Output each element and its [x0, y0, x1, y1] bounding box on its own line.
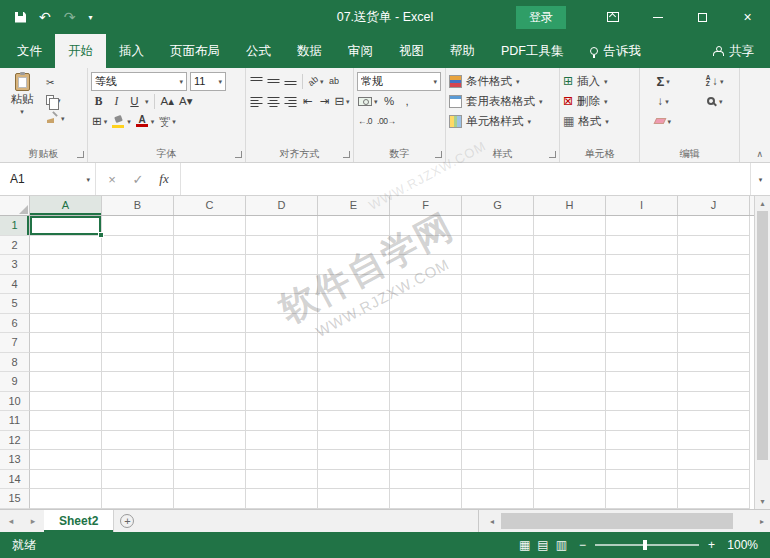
cell-I7[interactable]	[606, 333, 678, 353]
cell-I10[interactable]	[606, 392, 678, 412]
share-button[interactable]: 共享	[697, 34, 770, 68]
row-header-6[interactable]: 6	[0, 314, 30, 334]
sheet-nav-next-button[interactable]: ▸	[22, 510, 44, 532]
cell-styles-button[interactable]: 单元格样式 ▾	[449, 111, 556, 131]
cell-J4[interactable]	[678, 275, 750, 295]
cell-F4[interactable]	[390, 275, 462, 295]
increase-font-size-button[interactable]: A▴	[160, 92, 175, 110]
cell-J11[interactable]	[678, 411, 750, 431]
cell-B7[interactable]	[102, 333, 174, 353]
cell-E15[interactable]	[318, 489, 390, 509]
cell-E8[interactable]	[318, 353, 390, 373]
row-header-13[interactable]: 13	[0, 450, 30, 470]
decrease-decimal-button[interactable]: .00→	[376, 112, 396, 130]
zoom-percentage[interactable]: 100%	[724, 538, 758, 552]
cell-D5[interactable]	[246, 294, 318, 314]
cell-G6[interactable]	[462, 314, 534, 334]
column-header-E[interactable]: E	[318, 196, 390, 215]
cell-F14[interactable]	[390, 470, 462, 490]
cell-H2[interactable]	[534, 236, 606, 256]
align-left-button[interactable]	[249, 92, 264, 110]
italic-button[interactable]: I	[109, 92, 124, 110]
cell-E6[interactable]	[318, 314, 390, 334]
number-dialog-launcher[interactable]	[435, 151, 442, 158]
cell-G1[interactable]	[462, 216, 534, 236]
decrease-indent-button[interactable]: ⇤	[300, 92, 315, 110]
align-right-button[interactable]	[283, 92, 298, 110]
cell-H4[interactable]	[534, 275, 606, 295]
column-header-G[interactable]: G	[462, 196, 534, 215]
cell-D9[interactable]	[246, 372, 318, 392]
cell-I14[interactable]	[606, 470, 678, 490]
cell-A7[interactable]	[30, 333, 102, 353]
cell-B1[interactable]	[102, 216, 174, 236]
cell-D11[interactable]	[246, 411, 318, 431]
tab-file[interactable]: 文件	[4, 34, 55, 68]
cell-E13[interactable]	[318, 450, 390, 470]
cell-F5[interactable]	[390, 294, 462, 314]
tab-pdf-toolkit[interactable]: PDF工具集	[488, 34, 577, 68]
login-button[interactable]: 登录	[516, 6, 566, 29]
cell-F9[interactable]	[390, 372, 462, 392]
cell-E3[interactable]	[318, 255, 390, 275]
cell-H8[interactable]	[534, 353, 606, 373]
cut-button[interactable]: ✂	[46, 75, 65, 89]
undo-button[interactable]: ↶	[39, 9, 51, 25]
clipboard-dialog-launcher[interactable]	[77, 151, 84, 158]
paste-button[interactable]: 粘贴 ▾	[3, 71, 41, 125]
cell-I13[interactable]	[606, 450, 678, 470]
cell-G12[interactable]	[462, 431, 534, 451]
row-header-14[interactable]: 14	[0, 470, 30, 490]
redo-button[interactable]: ↷	[64, 9, 76, 25]
cell-G10[interactable]	[462, 392, 534, 412]
cell-E2[interactable]	[318, 236, 390, 256]
cell-C15[interactable]	[174, 489, 246, 509]
accounting-format-button[interactable]: ▾	[357, 92, 379, 110]
cell-F15[interactable]	[390, 489, 462, 509]
autosum-button[interactable]: Σ▾	[643, 72, 683, 90]
tab-home[interactable]: 开始	[55, 34, 106, 68]
cell-D13[interactable]	[246, 450, 318, 470]
cell-D8[interactable]	[246, 353, 318, 373]
font-color-button[interactable]: A▾	[135, 112, 156, 130]
cell-D3[interactable]	[246, 255, 318, 275]
cell-A14[interactable]	[30, 470, 102, 490]
row-header-12[interactable]: 12	[0, 431, 30, 451]
new-sheet-button[interactable]: +	[114, 510, 140, 532]
column-header-B[interactable]: B	[102, 196, 174, 215]
phonetic-guide-button[interactable]: wén文▾	[158, 112, 177, 130]
row-header-2[interactable]: 2	[0, 236, 30, 256]
cell-D1[interactable]	[246, 216, 318, 236]
cell-B2[interactable]	[102, 236, 174, 256]
cell-I1[interactable]	[606, 216, 678, 236]
column-header-F[interactable]: F	[390, 196, 462, 215]
sort-filter-button[interactable]: AZ↓▾	[693, 72, 736, 90]
fill-button[interactable]: ↓▾	[643, 92, 683, 110]
scroll-left-button[interactable]: ◂	[484, 517, 500, 526]
percent-style-button[interactable]: %	[382, 92, 397, 110]
tab-data[interactable]: 数据	[284, 34, 335, 68]
merge-center-button[interactable]: ⊟▾	[334, 92, 350, 110]
cell-E1[interactable]	[318, 216, 390, 236]
cell-I12[interactable]	[606, 431, 678, 451]
cell-J6[interactable]	[678, 314, 750, 334]
bold-button[interactable]: B	[91, 92, 106, 110]
cell-E11[interactable]	[318, 411, 390, 431]
insert-function-button[interactable]: fx	[151, 171, 177, 187]
cell-J15[interactable]	[678, 489, 750, 509]
cell-F3[interactable]	[390, 255, 462, 275]
scroll-up-button[interactable]: ▴	[755, 196, 770, 211]
cell-I6[interactable]	[606, 314, 678, 334]
align-top-button[interactable]	[249, 72, 264, 90]
cell-F7[interactable]	[390, 333, 462, 353]
cell-C7[interactable]	[174, 333, 246, 353]
format-as-table-button[interactable]: 套用表格格式 ▾	[449, 91, 556, 111]
cell-H15[interactable]	[534, 489, 606, 509]
cell-H11[interactable]	[534, 411, 606, 431]
enter-button[interactable]: ✓	[125, 172, 151, 187]
cell-D10[interactable]	[246, 392, 318, 412]
normal-view-button[interactable]: ▦	[519, 538, 530, 552]
cell-C4[interactable]	[174, 275, 246, 295]
cell-A9[interactable]	[30, 372, 102, 392]
cell-A1[interactable]	[30, 216, 102, 236]
